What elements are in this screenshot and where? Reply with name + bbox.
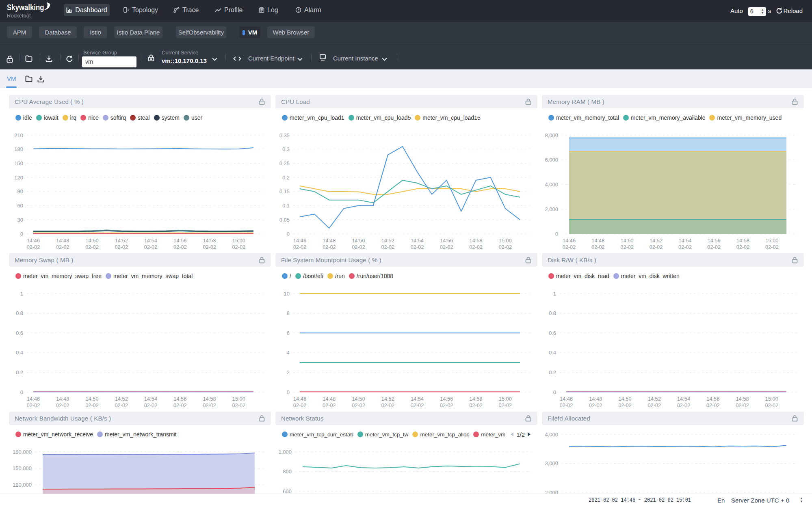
svg-text:02-02: 02-02 <box>232 402 245 408</box>
svg-text:02-02: 02-02 <box>56 244 69 250</box>
svg-text:3,000: 3,000 <box>545 460 558 466</box>
svg-text:02-02: 02-02 <box>765 244 779 250</box>
svg-text:14:54: 14:54 <box>678 237 691 244</box>
svg-text:02-02: 02-02 <box>85 244 99 250</box>
svg-text:800: 800 <box>283 468 292 475</box>
svg-text:02-02: 02-02 <box>293 402 307 408</box>
svg-text:120,000: 120,000 <box>13 482 32 488</box>
svg-text:02-02: 02-02 <box>115 402 128 408</box>
svg-text:1: 1 <box>20 291 23 297</box>
svg-text:02-02: 02-02 <box>560 402 573 408</box>
svg-text:0: 0 <box>553 389 556 395</box>
svg-text:0.8: 0.8 <box>16 310 23 316</box>
svg-text:02-02: 02-02 <box>650 244 663 250</box>
svg-text:02-02: 02-02 <box>620 244 634 250</box>
svg-text:02-02: 02-02 <box>411 402 424 408</box>
svg-text:02-02: 02-02 <box>203 244 216 250</box>
svg-text:14:58: 14:58 <box>203 396 216 402</box>
svg-text:02-02: 02-02 <box>591 244 605 250</box>
svg-text:14:46: 14:46 <box>27 396 40 402</box>
svg-text:14:50: 14:50 <box>85 396 98 402</box>
svg-text:10: 10 <box>284 291 290 297</box>
svg-text:14:58: 14:58 <box>470 237 483 244</box>
svg-text:14:50: 14:50 <box>618 396 631 402</box>
svg-text:210: 210 <box>14 132 23 138</box>
svg-text:0.3: 0.3 <box>282 146 290 152</box>
svg-text:14:58: 14:58 <box>736 396 749 402</box>
svg-text:14:56: 14:56 <box>708 237 721 244</box>
svg-text:600: 600 <box>283 488 292 494</box>
svg-text:02-02: 02-02 <box>293 244 307 250</box>
svg-text:180,000: 180,000 <box>13 449 32 455</box>
svg-text:14:58: 14:58 <box>203 237 216 244</box>
svg-text:14:50: 14:50 <box>352 396 365 402</box>
svg-text:14:46: 14:46 <box>560 396 573 402</box>
svg-text:14:56: 14:56 <box>706 396 719 402</box>
svg-text:02-02: 02-02 <box>707 244 721 250</box>
svg-text:02-02: 02-02 <box>498 402 512 408</box>
svg-text:02-02: 02-02 <box>144 402 158 408</box>
svg-text:14:52: 14:52 <box>648 396 661 402</box>
svg-text:14:52: 14:52 <box>650 237 663 244</box>
svg-text:14:52: 14:52 <box>115 396 128 402</box>
svg-text:14:54: 14:54 <box>144 237 157 244</box>
svg-text:02-02: 02-02 <box>647 402 661 408</box>
svg-text:14:48: 14:48 <box>323 396 336 402</box>
svg-text:02-02: 02-02 <box>352 244 365 250</box>
svg-text:4: 4 <box>287 350 290 356</box>
svg-text:02-02: 02-02 <box>27 244 40 250</box>
svg-text:14:56: 14:56 <box>173 237 186 244</box>
svg-text:02-02: 02-02 <box>85 402 99 408</box>
svg-text:02-02: 02-02 <box>440 402 453 408</box>
svg-text:14:54: 14:54 <box>411 396 424 402</box>
svg-text:14:48: 14:48 <box>589 396 602 402</box>
svg-text:15:00: 15:00 <box>499 237 512 244</box>
svg-text:02-02: 02-02 <box>589 402 602 408</box>
svg-text:14:58: 14:58 <box>470 396 483 402</box>
svg-text:15:00: 15:00 <box>232 396 245 402</box>
svg-text:15:00: 15:00 <box>765 396 778 402</box>
svg-text:0.8: 0.8 <box>549 310 556 316</box>
svg-text:14:48: 14:48 <box>56 237 69 244</box>
svg-text:0.1: 0.1 <box>282 203 290 209</box>
svg-text:02-02: 02-02 <box>115 244 128 250</box>
svg-text:14:48: 14:48 <box>56 396 69 402</box>
svg-text:4,000: 4,000 <box>545 431 558 438</box>
svg-text:1,000: 1,000 <box>278 449 292 455</box>
svg-text:14:52: 14:52 <box>381 237 394 244</box>
svg-text:14:46: 14:46 <box>293 396 306 402</box>
svg-text:14:54: 14:54 <box>144 396 157 402</box>
svg-text:14:46: 14:46 <box>293 237 306 244</box>
svg-text:0.2: 0.2 <box>282 175 290 181</box>
svg-text:02-02: 02-02 <box>27 402 40 408</box>
svg-text:02-02: 02-02 <box>323 244 336 250</box>
svg-text:14:52: 14:52 <box>115 237 128 244</box>
svg-text:2,000: 2,000 <box>545 490 558 494</box>
svg-text:6,000: 6,000 <box>545 157 558 163</box>
svg-text:02-02: 02-02 <box>736 402 749 408</box>
svg-text:8: 8 <box>287 310 290 316</box>
svg-text:02-02: 02-02 <box>411 244 424 250</box>
svg-text:0.4: 0.4 <box>549 350 556 356</box>
svg-text:60: 60 <box>17 203 23 209</box>
svg-text:6: 6 <box>287 330 290 336</box>
svg-text:0.6: 0.6 <box>549 330 556 336</box>
svg-text:02-02: 02-02 <box>173 244 187 250</box>
svg-text:0.15: 0.15 <box>279 188 290 194</box>
svg-text:0: 0 <box>20 389 23 395</box>
svg-text:02-02: 02-02 <box>765 402 778 408</box>
svg-text:02-02: 02-02 <box>440 244 453 250</box>
svg-text:14:54: 14:54 <box>411 237 424 244</box>
svg-text:15:00: 15:00 <box>765 237 778 244</box>
svg-text:14:48: 14:48 <box>323 237 336 244</box>
svg-text:14:56: 14:56 <box>440 237 453 244</box>
svg-text:1: 1 <box>553 291 556 297</box>
svg-text:30: 30 <box>17 217 23 223</box>
svg-text:14:46: 14:46 <box>563 237 576 244</box>
svg-text:15:00: 15:00 <box>232 237 245 244</box>
svg-text:02-02: 02-02 <box>706 402 720 408</box>
svg-text:02-02: 02-02 <box>56 402 69 408</box>
svg-text:14:48: 14:48 <box>591 237 604 244</box>
svg-text:2,000: 2,000 <box>545 206 558 212</box>
svg-text:02-02: 02-02 <box>381 244 394 250</box>
